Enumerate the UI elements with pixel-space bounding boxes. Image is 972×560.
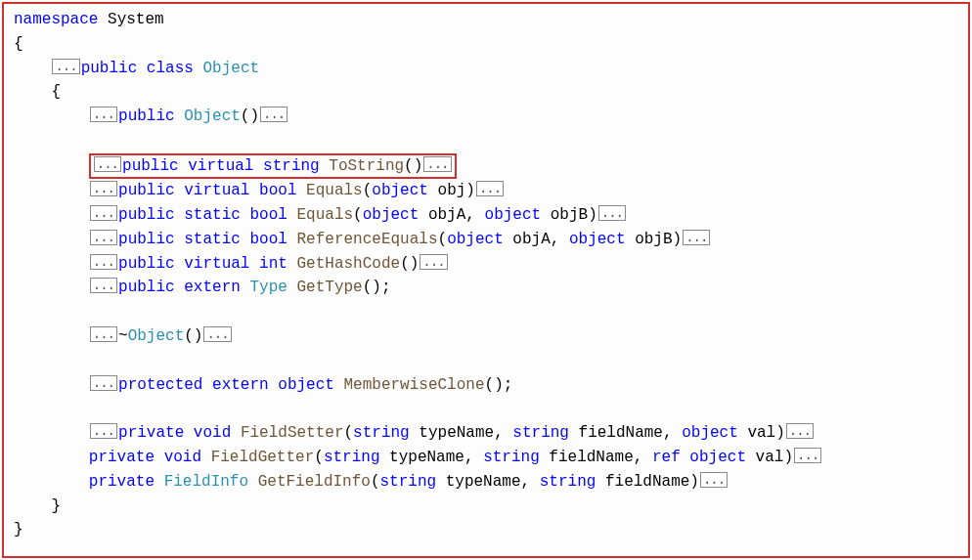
line-dtor: ...~Object()... — [14, 324, 958, 349]
fold-toggle[interactable]: ... — [94, 156, 121, 172]
method-referenceequals: ReferenceEquals — [296, 231, 437, 248]
method-gettype: GetType — [296, 279, 362, 296]
line-blank — [14, 300, 958, 324]
line-close-brace: } — [14, 518, 958, 542]
ctor-name: Object — [184, 108, 241, 125]
method-gethashcode: GetHashCode — [297, 255, 401, 273]
fold-toggle[interactable]: ... — [90, 230, 117, 245]
type-return: FieldInfo — [164, 473, 248, 491]
method-fieldgetter: FieldGetter — [211, 449, 315, 466]
brace-close2: } — [51, 497, 61, 515]
namespace-name: System — [108, 11, 164, 28]
line-equals2: ...public static bool Equals(object objA… — [14, 203, 958, 228]
fold-toggle[interactable]: ... — [90, 423, 117, 439]
keyword-class: class — [147, 60, 194, 77]
line-fieldgetter: private void FieldGetter(string typeName… — [14, 446, 958, 470]
keyword-public: public — [81, 60, 138, 77]
fold-toggle[interactable]: ... — [90, 107, 117, 122]
brace-close: } — [14, 521, 23, 538]
line-tostring: ...public virtual string ToString()... — [14, 153, 958, 179]
fold-toggle[interactable]: ... — [260, 107, 287, 122]
line-class-decl: ...public class Object — [14, 57, 958, 81]
line-ctor: ...public Object()... — [14, 105, 958, 129]
line-fieldsetter: ...private void FieldSetter(string typeN… — [14, 421, 958, 446]
fold-toggle[interactable]: ... — [90, 326, 117, 342]
line-blank — [14, 397, 958, 421]
line-class-open: { — [14, 80, 958, 105]
fold-toggle[interactable]: ... — [786, 423, 814, 439]
line-gettype: ...public extern Type GetType(); — [14, 276, 958, 300]
line-getfieldinfo: private FieldInfo GetFieldInfo(string ty… — [14, 470, 958, 495]
line-refeq: ...public static bool ReferenceEquals(ob… — [14, 228, 958, 252]
keyword-namespace: namespace — [14, 11, 98, 28]
line-blank — [14, 129, 958, 153]
fold-toggle[interactable]: ... — [700, 472, 728, 488]
fold-toggle[interactable]: ... — [90, 205, 117, 221]
fold-toggle[interactable]: ... — [90, 181, 117, 196]
fold-toggle[interactable]: ... — [794, 448, 821, 463]
brace-open2: { — [51, 83, 61, 101]
type-return: Type — [249, 279, 287, 296]
line-class-close: } — [14, 495, 958, 519]
fold-toggle[interactable]: ... — [52, 59, 79, 74]
highlight-tostring: ...public virtual string ToString()... — [89, 153, 457, 179]
method-equals-static: Equals — [296, 206, 353, 224]
fold-toggle[interactable]: ... — [90, 375, 117, 391]
fold-toggle[interactable]: ... — [203, 326, 231, 342]
line-blank — [14, 349, 958, 373]
dtor-name: Object — [128, 327, 185, 345]
line-open-brace: { — [14, 32, 958, 57]
line-namespace: namespace System — [14, 8, 958, 32]
fold-toggle[interactable]: ... — [598, 205, 626, 221]
type-object: Object — [202, 60, 259, 77]
code-viewport: namespace System { ...public class Objec… — [2, 2, 970, 558]
method-getfieldinfo: GetFieldInfo — [258, 473, 371, 491]
method-tostring: ToString — [329, 157, 404, 175]
method-memberwiseclone: MemberwiseClone — [344, 376, 485, 394]
line-equals1: ...public virtual bool Equals(object obj… — [14, 179, 958, 203]
fold-toggle[interactable]: ... — [476, 181, 504, 196]
fold-toggle[interactable]: ... — [90, 278, 117, 293]
fold-toggle[interactable]: ... — [683, 230, 710, 245]
fold-toggle[interactable]: ... — [90, 254, 117, 270]
line-hash: ...public virtual int GetHashCode()... — [14, 252, 958, 277]
fold-toggle[interactable]: ... — [420, 254, 447, 270]
method-equals: Equals — [306, 182, 363, 199]
line-mwc: ...protected extern object MemberwiseClo… — [14, 373, 958, 398]
brace-open: { — [14, 35, 23, 53]
fold-toggle[interactable]: ... — [423, 156, 451, 172]
method-fieldsetter: FieldSetter — [241, 424, 344, 442]
